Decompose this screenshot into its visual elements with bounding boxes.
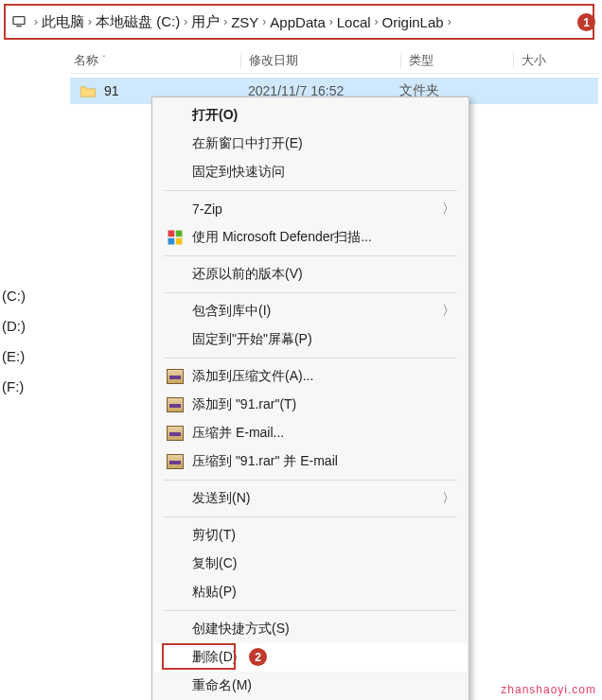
annotation-callout-2: 2 (249, 648, 267, 666)
menu-label: 复制(C) (192, 555, 455, 572)
menu-separator (164, 480, 457, 481)
drive-list: (C:) (D:) (E:) (F:) (0, 280, 55, 401)
svg-rect-5 (176, 238, 183, 245)
chevron-right-icon: › (223, 15, 227, 28)
column-separator (513, 53, 514, 68)
menu-label: 添加到 "91.rar"(T) (192, 396, 455, 413)
column-name-label: 名称 (74, 52, 98, 69)
winrar-icon (167, 426, 184, 441)
chevron-right-icon: › (375, 15, 379, 28)
svg-rect-1 (16, 26, 21, 26)
chevron-right-icon: 〉 (442, 490, 455, 507)
winrar-icon (167, 454, 184, 469)
menu-include-library[interactable]: 包含到库中(I)〉 (154, 297, 467, 325)
menu-7zip[interactable]: 7-Zip〉 (154, 195, 467, 223)
svg-rect-4 (168, 238, 175, 245)
winrar-icon (167, 369, 184, 384)
menu-restore-previous[interactable]: 还原以前的版本(V) (154, 260, 467, 289)
menu-rar-email-91[interactable]: 压缩到 "91.rar" 并 E-mail (154, 447, 467, 476)
drive-item[interactable]: (E:) (0, 341, 55, 371)
shield-icon (167, 229, 184, 246)
menu-rename[interactable]: 重命名(M) (154, 672, 467, 700)
column-type[interactable]: 类型 (409, 52, 513, 69)
menu-paste[interactable]: 粘贴(P) (154, 578, 467, 606)
column-date[interactable]: 修改日期 (249, 52, 400, 69)
sort-caret-icon: ˇ (102, 55, 105, 65)
menu-label: 7-Zip (192, 201, 442, 217)
drive-item[interactable]: (C:) (0, 280, 55, 310)
chevron-right-icon: › (262, 15, 266, 28)
svg-rect-0 (13, 17, 25, 25)
menu-open[interactable]: 打开(O) (154, 101, 467, 130)
column-separator (400, 53, 401, 68)
chevron-right-icon: › (88, 15, 92, 28)
menu-label: 在新窗口中打开(E) (192, 135, 455, 152)
menu-label: 发送到(N) (192, 490, 442, 507)
winrar-icon (167, 397, 184, 412)
menu-separator (164, 255, 457, 256)
menu-label: 使用 Microsoft Defender扫描... (192, 229, 455, 246)
chevron-right-icon: 〉 (442, 201, 455, 218)
menu-rar-add[interactable]: 添加到压缩文件(A)... (154, 362, 467, 391)
column-headers: 名称ˇ 修改日期 类型 大小 (70, 47, 598, 74)
menu-label: 压缩并 E-mail... (192, 425, 455, 442)
context-menu: 打开(O) 在新窗口中打开(E) 固定到快速访问 7-Zip〉 使用 Micro… (151, 96, 469, 700)
chevron-right-icon: › (329, 15, 333, 28)
menu-label: 添加到压缩文件(A)... (192, 368, 455, 385)
monitor-icon (11, 14, 27, 29)
menu-create-shortcut[interactable]: 创建快捷方式(S) (154, 615, 467, 643)
address-bar[interactable]: › 此电脑 › 本地磁盘 (C:) › 用户 › ZSY › AppData ›… (4, 4, 594, 40)
menu-separator (164, 190, 457, 191)
chevron-right-icon: › (184, 15, 187, 28)
menu-separator (164, 292, 457, 293)
column-size[interactable]: 大小 (522, 52, 597, 69)
breadcrumb-item[interactable]: 本地磁盘 (C:) (96, 13, 180, 31)
menu-pin-quick-access[interactable]: 固定到快速访问 (154, 158, 467, 186)
breadcrumb-item[interactable]: 用户 (191, 13, 220, 31)
menu-label: 创建快捷方式(S) (192, 621, 455, 638)
menu-defender-scan[interactable]: 使用 Microsoft Defender扫描... (154, 223, 467, 252)
menu-label: 固定到"开始"屏幕(P) (192, 331, 455, 348)
menu-label: 包含到库中(I) (192, 303, 442, 320)
chevron-right-icon: › (448, 15, 452, 28)
drive-item[interactable]: (F:) (0, 371, 55, 401)
chevron-right-icon: 〉 (442, 303, 455, 320)
menu-label: 重命名(M) (192, 677, 455, 694)
menu-send-to[interactable]: 发送到(N)〉 (154, 484, 467, 513)
menu-separator (164, 610, 457, 611)
breadcrumb-item[interactable]: ZSY (231, 14, 258, 30)
breadcrumb-item[interactable]: OriginLab (382, 14, 444, 30)
menu-label: 剪切(T) (192, 527, 455, 544)
breadcrumb-item[interactable]: 此电脑 (42, 13, 84, 31)
menu-copy[interactable]: 复制(C) (154, 550, 467, 578)
menu-label: 固定到快速访问 (192, 164, 455, 181)
drive-item[interactable]: (D:) (0, 310, 55, 341)
menu-label: 压缩到 "91.rar" 并 E-mail (192, 453, 455, 470)
breadcrumb-item[interactable]: Local (337, 14, 371, 30)
column-name[interactable]: 名称ˇ (70, 52, 240, 69)
callout-number: 2 (255, 651, 261, 664)
chevron-right-icon: › (34, 15, 38, 28)
menu-rar-add-91[interactable]: 添加到 "91.rar"(T) (154, 391, 467, 419)
menu-label: 还原以前的版本(V) (192, 266, 455, 283)
menu-pin-start[interactable]: 固定到"开始"屏幕(P) (154, 325, 467, 354)
menu-delete[interactable]: 删除(D) 2 (154, 643, 467, 672)
menu-label: 粘贴(P) (192, 584, 455, 601)
menu-label: 打开(O) (192, 107, 455, 124)
svg-rect-3 (176, 231, 183, 237)
callout-number: 1 (583, 16, 590, 29)
annotation-callout-1: 1 (577, 13, 595, 31)
menu-cut[interactable]: 剪切(T) (154, 521, 467, 550)
folder-icon (80, 84, 97, 97)
menu-separator (164, 516, 457, 517)
menu-separator (164, 358, 457, 359)
watermark-text: zhanshaoyi.com (501, 683, 596, 696)
column-separator (240, 53, 241, 68)
svg-rect-2 (168, 231, 175, 237)
menu-rar-email[interactable]: 压缩并 E-mail... (154, 419, 467, 447)
breadcrumb-item[interactable]: AppData (270, 14, 325, 30)
menu-open-new-window[interactable]: 在新窗口中打开(E) (154, 130, 467, 158)
menu-label: 删除(D) (192, 649, 455, 666)
